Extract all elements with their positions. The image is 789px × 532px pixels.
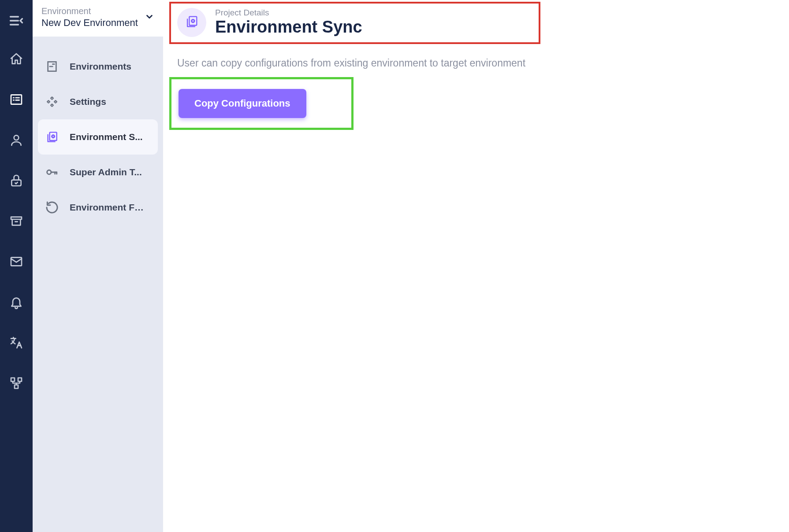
archive-icon	[9, 214, 23, 230]
rail-archive[interactable]	[0, 202, 33, 242]
environment-selector-text: Environment New Dev Environment	[41, 6, 138, 29]
settings-move-icon	[45, 95, 59, 109]
action-highlight: Copy Configurations	[169, 77, 354, 130]
rail-home[interactable]	[0, 40, 33, 80]
svg-marker-19	[51, 97, 53, 99]
chevron-down-icon	[145, 12, 154, 23]
rail-security[interactable]	[0, 161, 33, 202]
nav-item-label: Environments	[70, 61, 131, 72]
rail-mail[interactable]	[0, 242, 33, 283]
bell-icon	[9, 295, 23, 311]
main-content: Project Details Environment Sync User ca…	[163, 0, 789, 532]
key-icon	[45, 165, 59, 179]
page-title: Environment Sync	[215, 18, 362, 37]
translate-icon	[9, 336, 23, 351]
nav-item-environment-sync[interactable]: Environment S...	[38, 119, 158, 155]
nav-item-label: Environment S...	[70, 132, 143, 142]
page-header-eyebrow: Project Details	[215, 8, 362, 18]
copy-configurations-button[interactable]: Copy Configurations	[179, 89, 306, 118]
nav-item-settings[interactable]: Settings	[38, 84, 158, 119]
environment-selector-name: New Dev Environment	[41, 17, 138, 29]
nav-item-label: Super Admin T...	[70, 167, 142, 177]
nav-item-environment-flow[interactable]: Environment Fl...	[38, 190, 158, 225]
svg-point-8	[14, 135, 19, 140]
rail-notifications[interactable]	[0, 283, 33, 323]
rail-language[interactable]	[0, 323, 33, 364]
nav-item-label: Settings	[70, 96, 106, 107]
document-icon	[45, 59, 59, 74]
page-header-icon-wrap	[177, 8, 206, 37]
collapse-sidebar-button[interactable]	[0, 8, 33, 35]
home-icon	[9, 52, 23, 68]
environment-sync-icon	[45, 130, 59, 144]
secondary-sidebar: Environment New Dev Environment Environm…	[33, 0, 163, 532]
page-header-text: Project Details Environment Sync	[215, 8, 362, 37]
nav-item-environments[interactable]: Environments	[38, 49, 158, 84]
rail-integrations[interactable]	[0, 364, 33, 404]
nav-item-super-admin[interactable]: Super Admin T...	[38, 155, 158, 190]
nav-item-label: Environment Fl...	[70, 202, 145, 213]
svg-marker-20	[51, 104, 53, 106]
environment-selector-label: Environment	[41, 6, 138, 16]
nav-list: Environments Settings	[33, 37, 163, 225]
rail-user[interactable]	[0, 121, 33, 161]
nodes-icon	[9, 376, 23, 392]
svg-marker-21	[47, 100, 49, 103]
icon-rail	[0, 0, 33, 532]
menu-collapse-icon	[8, 13, 24, 30]
refresh-icon	[45, 200, 59, 214]
mail-icon	[9, 255, 23, 270]
svg-rect-29	[189, 17, 197, 26]
list-icon	[9, 92, 23, 108]
environment-selector[interactable]: Environment New Dev Environment	[33, 0, 163, 37]
rail-list[interactable]	[0, 80, 33, 121]
page-header-highlight: Project Details Environment Sync	[169, 2, 540, 44]
svg-rect-23	[50, 132, 57, 140]
svg-marker-22	[54, 100, 56, 103]
page-description: User can copy configurations from existi…	[177, 57, 776, 69]
user-icon	[9, 133, 23, 149]
environment-sync-icon	[184, 14, 199, 31]
lock-icon	[9, 174, 23, 189]
